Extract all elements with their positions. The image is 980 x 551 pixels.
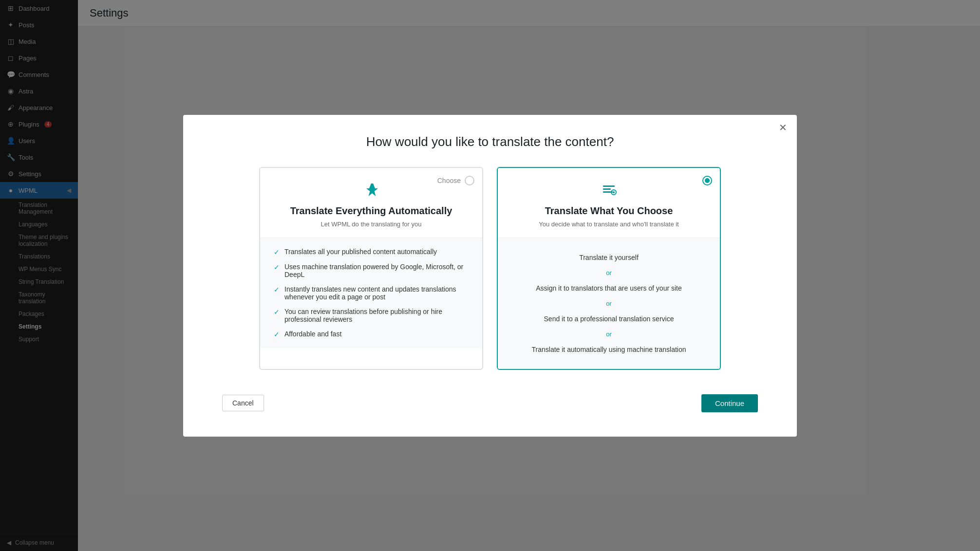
card-auto-header: Choose Translate Everything Automaticall… — [260, 168, 482, 238]
feature-item-2: ✓ Uses machine translation powered by Go… — [274, 263, 469, 278]
cancel-button[interactable]: Cancel — [222, 395, 264, 411]
svg-rect-0 — [603, 185, 615, 187]
card-manual-radio[interactable] — [702, 176, 712, 185]
feature-item-4: ✓ You can review translations before pub… — [274, 308, 469, 323]
manual-option-2: Assign it to translators that are users … — [511, 278, 706, 298]
auto-card-subtitle: Let WPML do the translating for you — [274, 220, 469, 228]
manual-card-icon — [511, 182, 706, 201]
feature-item-1: ✓ Translates all your published content … — [274, 248, 469, 256]
manual-card-subtitle: You decide what to translate and who'll … — [511, 220, 706, 228]
manual-or-1: or — [511, 267, 706, 278]
option-card-auto[interactable]: Choose Translate Everything Automaticall… — [259, 167, 483, 370]
feature-item-3: ✓ Instantly translates new content and u… — [274, 285, 469, 301]
modal-title: How would you like to translate the cont… — [222, 134, 758, 149]
auto-radio-circle — [465, 176, 474, 185]
continue-button[interactable]: Continue — [701, 394, 758, 412]
translation-modal: ✕ How would you like to translate the co… — [183, 115, 797, 437]
modal-backdrop: ✕ How would you like to translate the co… — [0, 0, 980, 551]
check-icon-4: ✓ — [274, 308, 280, 316]
manual-radio-circle — [702, 176, 712, 185]
manual-card-title: Translate What You Choose — [511, 205, 706, 217]
auto-card-title: Translate Everything Automatically — [274, 205, 469, 217]
manual-options-list: Translate it yourself or Assign it to tr… — [498, 238, 720, 369]
feature-item-5: ✓ Affordable and fast — [274, 330, 469, 338]
option-card-manual[interactable]: Translate What You Choose You decide wha… — [497, 167, 721, 370]
manual-option-3: Send it to a professional translation se… — [511, 309, 706, 329]
check-icon-2: ✓ — [274, 263, 280, 271]
check-icon-3: ✓ — [274, 286, 280, 294]
card-auto-radio[interactable] — [465, 176, 474, 185]
manual-option-1: Translate it yourself — [511, 248, 706, 267]
options-cards-row: Choose Translate Everything Automaticall… — [222, 167, 758, 370]
manual-or-3: or — [511, 329, 706, 340]
card-auto-choose-label: Choose — [437, 177, 461, 184]
manual-or-2: or — [511, 298, 706, 309]
check-icon-5: ✓ — [274, 331, 280, 338]
card-manual-header: Translate What You Choose You decide wha… — [498, 168, 720, 238]
modal-close-button[interactable]: ✕ — [779, 123, 787, 132]
check-icon-1: ✓ — [274, 248, 280, 256]
svg-rect-1 — [603, 188, 611, 190]
manual-option-4: Translate it automatically using machine… — [511, 340, 706, 359]
modal-footer: Cancel Continue — [222, 394, 758, 412]
auto-card-features: ✓ Translates all your published content … — [260, 238, 482, 348]
